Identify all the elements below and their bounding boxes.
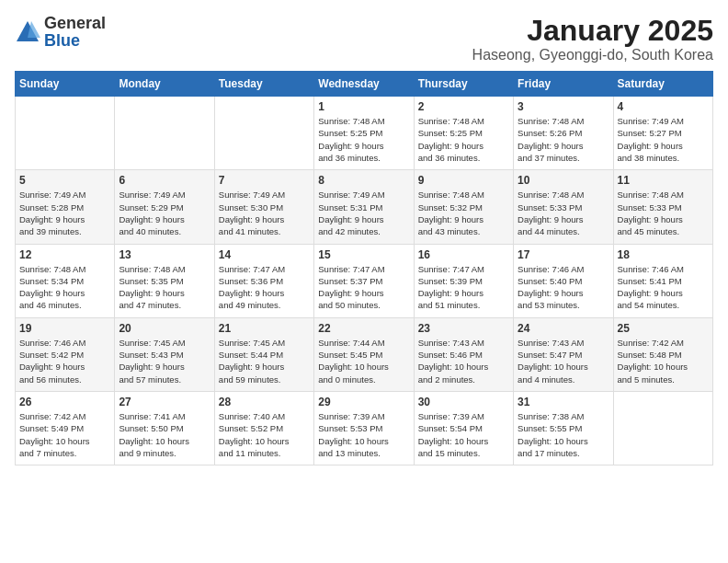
logo-blue: Blue <box>44 31 80 50</box>
cell-content: Sunrise: 7:45 AM Sunset: 5:44 PM Dayligh… <box>219 337 310 385</box>
cell-content: Sunrise: 7:49 AM Sunset: 5:29 PM Dayligh… <box>119 189 210 237</box>
weekday-header-row: SundayMondayTuesdayWednesdayThursdayFrid… <box>16 72 713 97</box>
calendar-cell: 28Sunrise: 7:40 AM Sunset: 5:52 PM Dayli… <box>214 391 313 465</box>
calendar-week-row: 19Sunrise: 7:46 AM Sunset: 5:42 PM Dayli… <box>16 317 713 391</box>
calendar-cell: 1Sunrise: 7:48 AM Sunset: 5:25 PM Daylig… <box>314 97 414 170</box>
day-number: 12 <box>19 248 110 261</box>
calendar-subtitle: Haseong, Gyeonggi-do, South Korea <box>472 47 713 63</box>
calendar-cell: 24Sunrise: 7:43 AM Sunset: 5:47 PM Dayli… <box>514 317 613 391</box>
day-number: 23 <box>418 322 509 335</box>
calendar-cell: 20Sunrise: 7:45 AM Sunset: 5:43 PM Dayli… <box>115 317 214 391</box>
day-number: 4 <box>618 100 709 113</box>
calendar-cell: 18Sunrise: 7:46 AM Sunset: 5:41 PM Dayli… <box>613 244 712 317</box>
cell-content: Sunrise: 7:40 AM Sunset: 5:52 PM Dayligh… <box>219 410 310 459</box>
calendar-cell: 16Sunrise: 7:47 AM Sunset: 5:39 PM Dayli… <box>414 244 513 317</box>
day-number: 1 <box>318 100 409 113</box>
day-number: 11 <box>618 174 709 187</box>
cell-content: Sunrise: 7:46 AM Sunset: 5:42 PM Dayligh… <box>19 337 110 385</box>
day-number: 10 <box>518 174 609 187</box>
calendar-week-row: 1Sunrise: 7:48 AM Sunset: 5:25 PM Daylig… <box>16 97 713 170</box>
calendar-cell: 25Sunrise: 7:42 AM Sunset: 5:48 PM Dayli… <box>613 317 712 391</box>
day-number: 25 <box>618 322 709 335</box>
calendar-cell: 26Sunrise: 7:42 AM Sunset: 5:49 PM Dayli… <box>16 391 115 465</box>
cell-content: Sunrise: 7:43 AM Sunset: 5:46 PM Dayligh… <box>418 337 509 385</box>
cell-content: Sunrise: 7:46 AM Sunset: 5:40 PM Dayligh… <box>518 263 609 312</box>
day-number: 3 <box>518 100 609 113</box>
day-number: 19 <box>19 322 110 335</box>
cell-content: Sunrise: 7:46 AM Sunset: 5:41 PM Dayligh… <box>618 263 709 312</box>
cell-content: Sunrise: 7:48 AM Sunset: 5:33 PM Dayligh… <box>518 189 609 237</box>
calendar-cell <box>214 97 313 170</box>
cell-content: Sunrise: 7:49 AM Sunset: 5:27 PM Dayligh… <box>618 115 709 164</box>
cell-content: Sunrise: 7:48 AM Sunset: 5:34 PM Dayligh… <box>19 263 110 312</box>
weekday-header-saturday: Saturday <box>613 72 712 97</box>
cell-content: Sunrise: 7:48 AM Sunset: 5:33 PM Dayligh… <box>618 189 709 237</box>
calendar-table: SundayMondayTuesdayWednesdayThursdayFrid… <box>15 71 713 465</box>
calendar-cell: 12Sunrise: 7:48 AM Sunset: 5:34 PM Dayli… <box>16 244 115 317</box>
calendar-cell: 14Sunrise: 7:47 AM Sunset: 5:36 PM Dayli… <box>214 244 313 317</box>
calendar-cell: 3Sunrise: 7:48 AM Sunset: 5:26 PM Daylig… <box>514 97 613 170</box>
calendar-cell: 15Sunrise: 7:47 AM Sunset: 5:37 PM Dayli… <box>314 244 414 317</box>
cell-content: Sunrise: 7:48 AM Sunset: 5:26 PM Dayligh… <box>518 115 609 164</box>
day-number: 27 <box>119 396 210 408</box>
cell-content: Sunrise: 7:49 AM Sunset: 5:30 PM Dayligh… <box>219 189 310 237</box>
cell-content: Sunrise: 7:39 AM Sunset: 5:53 PM Dayligh… <box>318 410 409 459</box>
weekday-header-thursday: Thursday <box>414 72 513 97</box>
logo-icon <box>15 19 40 45</box>
cell-content: Sunrise: 7:43 AM Sunset: 5:47 PM Dayligh… <box>518 337 609 385</box>
calendar-cell: 10Sunrise: 7:48 AM Sunset: 5:33 PM Dayli… <box>514 170 613 244</box>
cell-content: Sunrise: 7:49 AM Sunset: 5:28 PM Dayligh… <box>19 189 110 237</box>
cell-content: Sunrise: 7:48 AM Sunset: 5:35 PM Dayligh… <box>119 263 210 312</box>
weekday-header-tuesday: Tuesday <box>214 72 313 97</box>
cell-content: Sunrise: 7:48 AM Sunset: 5:32 PM Dayligh… <box>418 189 509 237</box>
calendar-cell: 7Sunrise: 7:49 AM Sunset: 5:30 PM Daylig… <box>214 170 313 244</box>
calendar-week-row: 12Sunrise: 7:48 AM Sunset: 5:34 PM Dayli… <box>16 244 713 317</box>
day-number: 26 <box>19 396 110 408</box>
weekday-header-sunday: Sunday <box>16 72 115 97</box>
calendar-cell: 21Sunrise: 7:45 AM Sunset: 5:44 PM Dayli… <box>214 317 313 391</box>
cell-content: Sunrise: 7:47 AM Sunset: 5:39 PM Dayligh… <box>418 263 509 312</box>
calendar-cell <box>16 97 115 170</box>
cell-content: Sunrise: 7:44 AM Sunset: 5:45 PM Dayligh… <box>318 337 409 385</box>
day-number: 30 <box>418 396 509 408</box>
calendar-cell: 22Sunrise: 7:44 AM Sunset: 5:45 PM Dayli… <box>314 317 414 391</box>
calendar-week-row: 5Sunrise: 7:49 AM Sunset: 5:28 PM Daylig… <box>16 170 713 244</box>
svg-marker-1 <box>28 21 40 38</box>
header: General Blue January 2025 Haseong, Gyeon… <box>15 15 713 63</box>
calendar-cell: 8Sunrise: 7:49 AM Sunset: 5:31 PM Daylig… <box>314 170 414 244</box>
day-number: 7 <box>219 174 310 187</box>
title-area: January 2025 Haseong, Gyeonggi-do, South… <box>472 15 713 63</box>
day-number: 24 <box>518 322 609 335</box>
calendar-cell <box>115 97 214 170</box>
day-number: 29 <box>318 396 409 408</box>
weekday-header-monday: Monday <box>115 72 214 97</box>
day-number: 16 <box>418 248 509 261</box>
cell-content: Sunrise: 7:48 AM Sunset: 5:25 PM Dayligh… <box>418 115 509 164</box>
day-number: 22 <box>318 322 409 335</box>
cell-content: Sunrise: 7:49 AM Sunset: 5:31 PM Dayligh… <box>318 189 409 237</box>
calendar-cell: 9Sunrise: 7:48 AM Sunset: 5:32 PM Daylig… <box>414 170 513 244</box>
calendar-cell: 13Sunrise: 7:48 AM Sunset: 5:35 PM Dayli… <box>115 244 214 317</box>
calendar-cell: 19Sunrise: 7:46 AM Sunset: 5:42 PM Dayli… <box>16 317 115 391</box>
day-number: 28 <box>219 396 310 408</box>
weekday-header-friday: Friday <box>514 72 613 97</box>
cell-content: Sunrise: 7:48 AM Sunset: 5:25 PM Dayligh… <box>318 115 409 164</box>
calendar-cell: 4Sunrise: 7:49 AM Sunset: 5:27 PM Daylig… <box>613 97 712 170</box>
cell-content: Sunrise: 7:42 AM Sunset: 5:49 PM Dayligh… <box>19 410 110 459</box>
calendar-cell: 31Sunrise: 7:38 AM Sunset: 5:55 PM Dayli… <box>514 391 613 465</box>
day-number: 9 <box>418 174 509 187</box>
day-number: 8 <box>318 174 409 187</box>
logo-general: General <box>44 14 106 32</box>
calendar-cell: 17Sunrise: 7:46 AM Sunset: 5:40 PM Dayli… <box>514 244 613 317</box>
calendar-cell: 6Sunrise: 7:49 AM Sunset: 5:29 PM Daylig… <box>115 170 214 244</box>
day-number: 31 <box>518 396 609 408</box>
calendar-title: January 2025 <box>472 15 713 47</box>
calendar-cell: 2Sunrise: 7:48 AM Sunset: 5:25 PM Daylig… <box>414 97 513 170</box>
weekday-header-wednesday: Wednesday <box>314 72 414 97</box>
day-number: 20 <box>119 322 210 335</box>
calendar-cell: 29Sunrise: 7:39 AM Sunset: 5:53 PM Dayli… <box>314 391 414 465</box>
day-number: 15 <box>318 248 409 261</box>
calendar-cell: 30Sunrise: 7:39 AM Sunset: 5:54 PM Dayli… <box>414 391 513 465</box>
day-number: 6 <box>119 174 210 187</box>
calendar-week-row: 26Sunrise: 7:42 AM Sunset: 5:49 PM Dayli… <box>16 391 713 465</box>
